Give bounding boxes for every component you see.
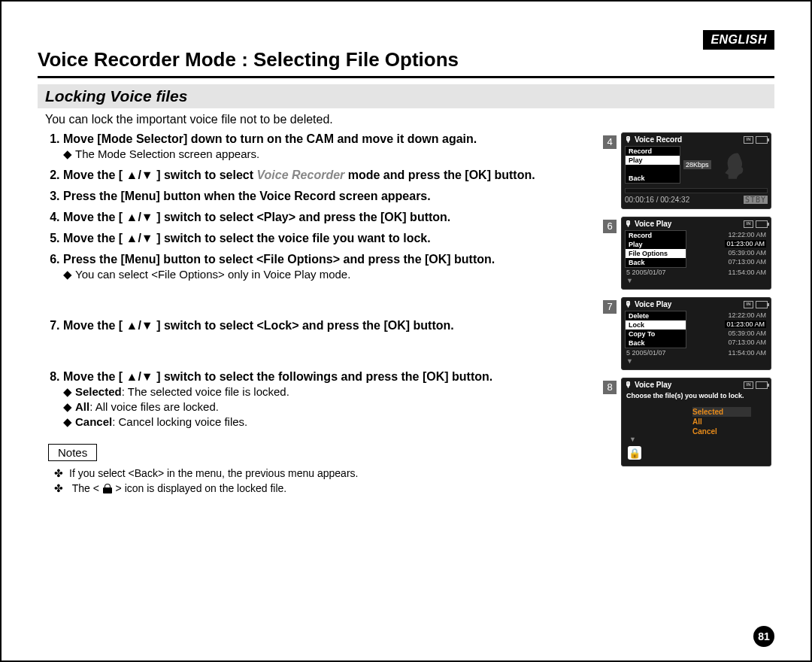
manual-page: ENGLISH Voice Recorder Mode : Selecting … xyxy=(0,0,812,662)
page-number: 81 xyxy=(753,626,774,647)
thumb-number-4: 4 xyxy=(603,135,617,149)
thumbnails-column: 4 Voice Record IN Record Play Back 28Kbp… xyxy=(603,132,774,474)
instructions-column: Move [Mode Selector] down to turn on the… xyxy=(38,132,603,497)
notes-heading: Notes xyxy=(48,444,97,461)
mic-icon xyxy=(625,135,635,144)
screen-voice-play-lock: Voice Play IN Delete Lock Copy To Back 1… xyxy=(621,297,771,370)
page-title: Voice Recorder Mode : Selecting File Opt… xyxy=(38,48,774,78)
choose-prompt: Choose the file(s) you would to lock. xyxy=(626,392,766,401)
step-2: Move the [ ▲/▼ ] switch to select Voice … xyxy=(63,169,594,182)
menu-lock: Delete Lock Copy To Back xyxy=(625,311,686,348)
language-tab: ENGLISH xyxy=(703,30,774,50)
step-5: Move the [ ▲/▼ ] switch to select the vo… xyxy=(63,232,594,245)
option-all: All xyxy=(692,417,751,427)
step-1: Move [Mode Selector] down to turn on the… xyxy=(63,132,594,161)
step-3: Press the [Menu] button when the Voice R… xyxy=(63,190,594,203)
note-1: If you select <Back> in the menu, the pr… xyxy=(54,467,594,479)
screen-voice-record: Voice Record IN Record Play Back 28Kbps xyxy=(621,132,771,209)
step-4: Move the [ ▲/▼ ] switch to select <Play>… xyxy=(63,211,594,224)
notes-list: If you select <Back> in the menu, the pr… xyxy=(38,467,594,494)
bitrate-badge: 28Kbps xyxy=(683,160,711,169)
step-6: Press the [Menu] button to select <File … xyxy=(63,253,594,281)
lock-icon: 🔒 xyxy=(628,446,641,460)
option-selected: Selected xyxy=(692,407,751,417)
thumb-number-8: 8 xyxy=(603,381,617,394)
intro-text: You can lock the important voice file no… xyxy=(45,113,774,126)
screen-voice-play-choose: Voice Play IN Choose the file(s) you wou… xyxy=(621,378,771,466)
menu-item-play: Play xyxy=(626,156,680,165)
battery-icon xyxy=(756,136,768,144)
menu-item-file-options: File Options xyxy=(626,249,686,258)
section-subtitle-bar: Locking Voice files xyxy=(38,84,774,108)
menu-voice-record: Record Play Back xyxy=(625,146,680,184)
step-8: Move the [ ▲/▼ ] switch to select the fo… xyxy=(63,370,594,429)
note-2: The < > icon is displayed on the locked … xyxy=(54,482,594,494)
step-7: Move the [ ▲/▼ ] switch to select <Lock>… xyxy=(63,319,594,333)
screen-voice-play-menu: Voice Play IN Record Play File Options B… xyxy=(621,217,771,290)
menu-item-lock: Lock xyxy=(626,320,686,329)
thumb-number-7: 7 xyxy=(603,300,617,314)
stby-badge: STBY xyxy=(744,196,768,204)
card-icon: IN xyxy=(744,136,753,144)
option-cancel: Cancel xyxy=(692,427,751,436)
thumb-number-6: 6 xyxy=(603,220,617,233)
section-subtitle: Locking Voice files xyxy=(45,87,187,105)
head-profile-icon xyxy=(714,148,747,181)
menu-file-options: Record Play File Options Back xyxy=(625,230,686,268)
scroll-down-icon: ▼ xyxy=(625,277,768,284)
lock-icon xyxy=(102,484,113,494)
